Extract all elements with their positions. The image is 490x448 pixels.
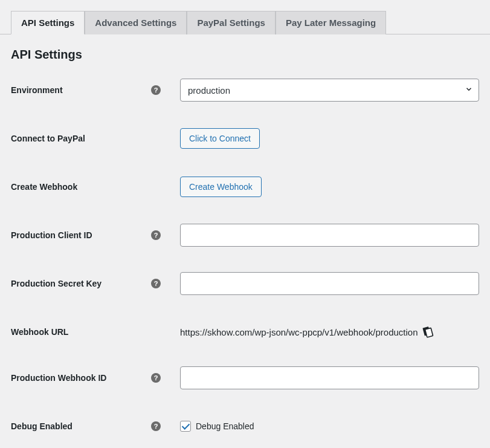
tab-pay-later-messaging[interactable]: Pay Later Messaging <box>276 11 386 34</box>
label-cell: Create Webhook <box>11 182 161 192</box>
copy-icon[interactable] <box>422 326 434 338</box>
settings-content: API Settings Environment ? production Co… <box>0 34 490 448</box>
label-cell: Production Client ID ? <box>11 230 161 240</box>
field-cell <box>161 366 479 389</box>
environment-select[interactable]: production <box>180 79 479 102</box>
debug-enabled-label: Debug Enabled <box>11 421 151 431</box>
client-id-input[interactable] <box>180 224 479 247</box>
row-webhook-url: Webhook URL https://skhow.com/wp-json/wc… <box>11 320 479 343</box>
help-icon[interactable]: ? <box>151 421 161 431</box>
field-cell: Click to Connect <box>161 128 479 149</box>
label-cell: Production Secret Key ? <box>11 279 161 288</box>
connect-paypal-label: Connect to PayPal <box>11 134 161 143</box>
secret-key-label: Production Secret Key <box>11 279 151 288</box>
environment-label: Environment <box>11 85 151 95</box>
row-create-webhook: Create Webhook Create Webhook <box>11 175 479 198</box>
row-debug-enabled: Debug Enabled ? Debug Enabled <box>11 415 479 438</box>
label-cell: Webhook URL <box>11 327 161 337</box>
label-cell: Connect to PayPal <box>11 134 161 143</box>
create-webhook-button[interactable]: Create Webhook <box>180 177 262 197</box>
row-environment: Environment ? production <box>11 79 479 102</box>
row-secret-key: Production Secret Key ? <box>11 272 479 295</box>
webhook-id-input[interactable] <box>180 366 479 389</box>
debug-checkbox[interactable] <box>180 421 191 432</box>
field-cell <box>161 224 479 247</box>
settings-tabs: API Settings Advanced Settings PayPal Se… <box>0 0 490 34</box>
webhook-url-label: Webhook URL <box>11 327 161 337</box>
debug-checkbox-wrap: Debug Enabled <box>180 421 254 432</box>
label-cell: Production Webhook ID ? <box>11 373 161 383</box>
field-cell: https://skhow.com/wp-json/wc-ppcp/v1/web… <box>161 326 479 338</box>
row-client-id: Production Client ID ? <box>11 224 479 247</box>
help-icon[interactable]: ? <box>151 230 161 240</box>
svg-rect-1 <box>425 328 433 337</box>
webhook-url-value: https://skhow.com/wp-json/wc-ppcp/v1/web… <box>180 327 418 337</box>
secret-key-input[interactable] <box>180 272 479 295</box>
tab-api-settings[interactable]: API Settings <box>11 11 85 34</box>
field-cell: Debug Enabled <box>161 421 479 432</box>
client-id-label: Production Client ID <box>11 230 151 240</box>
tab-advanced-settings[interactable]: Advanced Settings <box>85 11 187 34</box>
field-cell: production <box>161 79 479 102</box>
debug-checkbox-label: Debug Enabled <box>196 421 254 431</box>
help-icon[interactable]: ? <box>151 279 161 288</box>
connect-button[interactable]: Click to Connect <box>180 128 260 149</box>
field-cell: Create Webhook <box>161 177 479 197</box>
tab-paypal-settings[interactable]: PayPal Settings <box>187 11 276 34</box>
webhook-id-label: Production Webhook ID <box>11 373 151 383</box>
help-icon[interactable]: ? <box>151 373 161 383</box>
label-cell: Debug Enabled ? <box>11 421 161 431</box>
create-webhook-label: Create Webhook <box>11 182 161 192</box>
page-title: API Settings <box>11 48 479 62</box>
environment-select-wrap: production <box>180 79 479 102</box>
label-cell: Environment ? <box>11 85 161 95</box>
row-webhook-id: Production Webhook ID ? <box>11 366 479 389</box>
row-connect-paypal: Connect to PayPal Click to Connect <box>11 127 479 150</box>
help-icon[interactable]: ? <box>151 85 161 95</box>
field-cell <box>161 272 479 295</box>
